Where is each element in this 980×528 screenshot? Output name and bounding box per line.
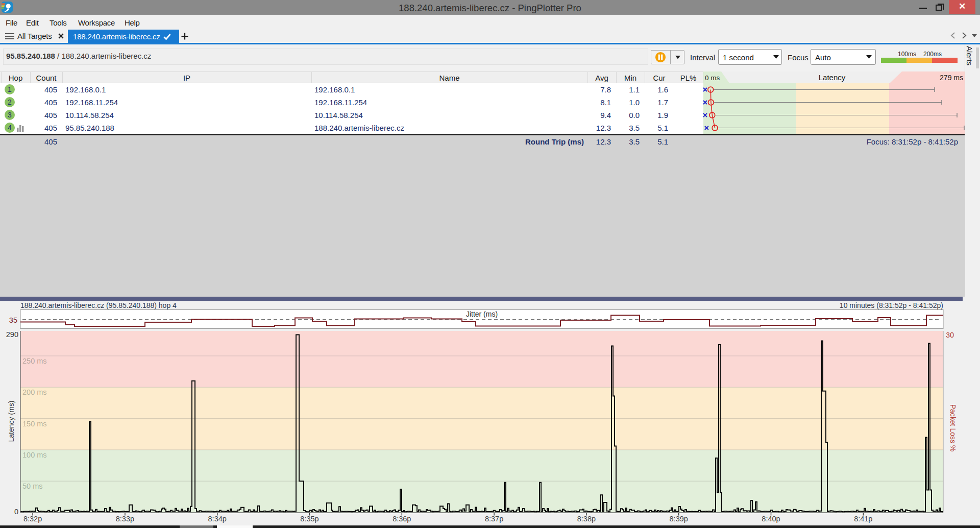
svg-text:150 ms: 150 ms [22,420,47,428]
svg-text:200 ms: 200 ms [22,388,47,396]
svg-text:8:39p: 8:39p [670,515,688,523]
svg-text:100 ms: 100 ms [22,451,47,459]
svg-text:Jitter (ms): Jitter (ms) [466,310,498,318]
svg-text:188.240.artemis-liberec.cz (95: 188.240.artemis-liberec.cz (95.85.240.18… [20,301,177,309]
svg-text:35: 35 [9,316,17,324]
svg-text:8:33p: 8:33p [116,515,134,523]
svg-text:10 minutes (8:31:52p - 8:41:52: 10 minutes (8:31:52p - 8:41:52p) [840,301,943,309]
svg-text:0: 0 [14,508,18,516]
svg-text:8:38p: 8:38p [577,515,596,523]
svg-text:279 ms: 279 ms [940,74,963,82]
svg-text:Latency: Latency [819,73,846,82]
svg-text:290: 290 [6,330,18,339]
svg-text:8:36p: 8:36p [393,515,411,523]
svg-text:8:32p: 8:32p [23,515,42,523]
svg-text:250 ms: 250 ms [22,357,47,365]
svg-text:Packet Loss %: Packet Loss % [949,404,957,452]
svg-text:8:34p: 8:34p [208,515,227,523]
svg-text:50 ms: 50 ms [22,482,43,490]
svg-text:0 ms: 0 ms [705,74,720,82]
svg-text:Latency (ms): Latency (ms) [7,401,15,442]
svg-text:8:40p: 8:40p [762,515,780,523]
svg-text:8:37p: 8:37p [485,515,503,523]
svg-text:8:41p: 8:41p [854,515,872,523]
svg-text:8:35p: 8:35p [300,515,318,523]
svg-text:30: 30 [946,331,954,339]
